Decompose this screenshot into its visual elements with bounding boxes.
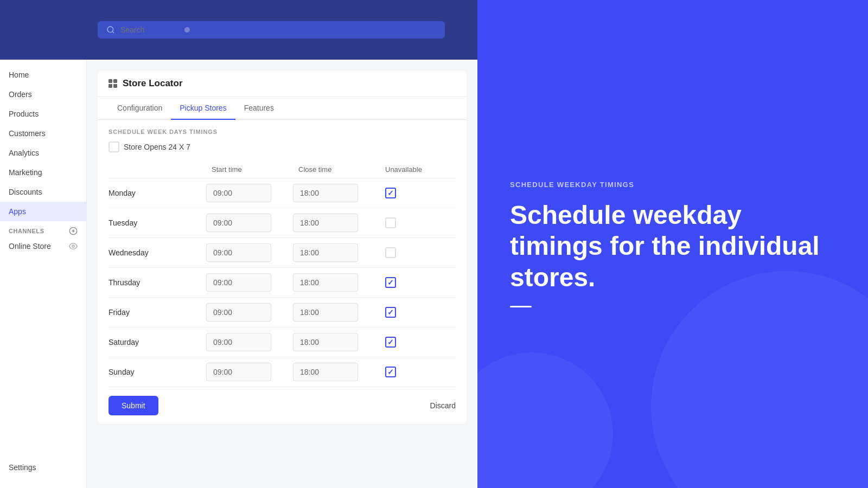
unavailable-cell — [380, 367, 445, 377]
saturday-start-time-input[interactable] — [206, 333, 271, 351]
orders-label: Orders — [9, 90, 32, 99]
search-icon — [106, 25, 115, 34]
svg-point-0 — [107, 27, 113, 33]
page-header: Store Locator — [98, 70, 467, 97]
sunday-start-time-input[interactable] — [206, 363, 271, 381]
channels-section-header: CHANNELS — [0, 221, 86, 237]
page-title: Store Locator — [123, 78, 183, 89]
right-panel: SCHEDULE WEEKDAY TIMINGS Schedule weekda… — [477, 0, 868, 488]
right-panel-divider — [510, 306, 532, 307]
close-time-column-header: Close time — [293, 165, 380, 174]
start-time-cell — [206, 333, 293, 351]
wednesday-unavailable-checkbox[interactable] — [385, 247, 396, 258]
wednesday-start-time-input[interactable] — [206, 243, 271, 262]
tuesday-start-time-input[interactable] — [206, 214, 271, 232]
day-name: Tuesday — [108, 219, 206, 227]
sidebar-item-discounts[interactable]: Discounts — [0, 182, 86, 202]
close-time-cell — [293, 243, 380, 262]
day-name: Thrusday — [108, 278, 206, 287]
search-input[interactable] — [120, 25, 436, 34]
tuesday-unavailable-checkbox[interactable] — [385, 217, 396, 228]
right-panel-eyebrow: SCHEDULE WEEKDAY TIMINGS — [510, 181, 835, 189]
sidebar-item-online-store[interactable]: Online Store — [0, 237, 86, 255]
left-panel: Home Orders Products Customers Analytics… — [0, 0, 477, 488]
monday-unavailable-checkbox[interactable] — [385, 188, 396, 198]
friday-unavailable-checkbox[interactable] — [385, 307, 396, 318]
main-content: Store Locator Configuration Pickup Store… — [87, 60, 477, 488]
browser-topbar — [0, 0, 477, 60]
browser-dot — [184, 27, 190, 33]
sidebar-item-home[interactable]: Home — [0, 65, 86, 85]
sunday-unavailable-checkbox[interactable] — [385, 367, 396, 377]
schedule-section: SCHEDULE WEEK DAYS TIMINGS Store Opens 2… — [98, 120, 467, 152]
table-row: Saturday — [108, 328, 456, 357]
store-locator-icon — [108, 79, 117, 88]
marketing-label: Marketing — [9, 168, 42, 177]
tab-features[interactable]: Features — [235, 97, 283, 120]
store-open-24x7-checkbox[interactable] — [108, 142, 119, 152]
sidebar-item-analytics[interactable]: Analytics — [0, 143, 86, 163]
monday-start-time-input[interactable] — [206, 184, 271, 202]
tab-configuration[interactable]: Configuration — [108, 97, 171, 120]
day-name: Wednesday — [108, 248, 206, 257]
friday-close-time-input[interactable] — [293, 303, 358, 322]
page-card: Store Locator Configuration Pickup Store… — [98, 70, 467, 424]
start-time-cell — [206, 273, 293, 292]
table-row: Sunday — [108, 357, 456, 387]
close-time-cell — [293, 363, 380, 381]
sidebar-item-settings[interactable]: Settings — [0, 458, 87, 477]
settings-label: Settings — [9, 463, 36, 472]
friday-start-time-input[interactable] — [206, 303, 271, 322]
table-row: Friday — [108, 298, 456, 328]
start-time-cell — [206, 243, 293, 262]
add-channel-icon[interactable] — [69, 227, 78, 235]
unavailable-cell — [380, 337, 445, 348]
table-header: Start time Close time Unavailable — [108, 161, 456, 178]
table-row: Monday — [108, 178, 456, 208]
unavailable-cell — [380, 247, 445, 258]
saturday-unavailable-checkbox[interactable] — [385, 337, 396, 348]
saturday-close-time-input[interactable] — [293, 333, 358, 351]
sidebar-item-marketing[interactable]: Marketing — [0, 163, 86, 182]
apps-label: Apps — [9, 207, 26, 216]
day-name: Friday — [108, 308, 206, 317]
monday-close-time-input[interactable] — [293, 184, 358, 202]
svg-point-2 — [72, 245, 74, 247]
tabs-bar: Configuration Pickup Stores Features — [98, 97, 467, 120]
start-time-cell — [206, 303, 293, 322]
table-row: Thrusday — [108, 268, 456, 298]
sidebar-item-orders[interactable]: Orders — [0, 85, 86, 104]
table-row: Tuesday — [108, 208, 456, 238]
store-open-24x7-row: Store Opens 24 X 7 — [108, 142, 456, 152]
sidebar-item-products[interactable]: Products — [0, 104, 86, 124]
sunday-close-time-input[interactable] — [293, 363, 358, 381]
thursday-unavailable-checkbox[interactable] — [385, 277, 396, 288]
online-store-label: Online Store — [9, 242, 51, 251]
close-time-cell — [293, 214, 380, 232]
submit-button[interactable]: Submit — [108, 396, 158, 415]
products-label: Products — [9, 110, 39, 118]
tuesday-close-time-input[interactable] — [293, 214, 358, 232]
unavailable-cell — [380, 307, 445, 318]
unavailable-cell — [380, 217, 445, 228]
start-time-cell — [206, 214, 293, 232]
day-column-header — [108, 165, 206, 174]
day-name: Sunday — [108, 368, 206, 376]
tab-pickup-stores[interactable]: Pickup Stores — [171, 97, 235, 120]
unavailable-cell — [380, 188, 445, 198]
sidebar-item-customers[interactable]: Customers — [0, 124, 86, 143]
store-open-24x7-label: Store Opens 24 X 7 — [124, 143, 190, 151]
close-time-cell — [293, 303, 380, 322]
unavailable-cell — [380, 277, 445, 288]
search-bar-container — [98, 21, 445, 38]
start-time-column-header: Start time — [206, 165, 293, 174]
customers-label: Customers — [9, 129, 46, 138]
discard-button[interactable]: Discard — [430, 401, 456, 410]
thursday-close-time-input[interactable] — [293, 273, 358, 292]
discounts-label: Discounts — [9, 188, 42, 196]
home-label: Home — [9, 70, 29, 79]
wednesday-close-time-input[interactable] — [293, 243, 358, 262]
sidebar-item-apps[interactable]: Apps — [0, 202, 86, 221]
thursday-start-time-input[interactable] — [206, 273, 271, 292]
schedule-table: Start time Close time Unavailable Monday — [98, 161, 467, 387]
